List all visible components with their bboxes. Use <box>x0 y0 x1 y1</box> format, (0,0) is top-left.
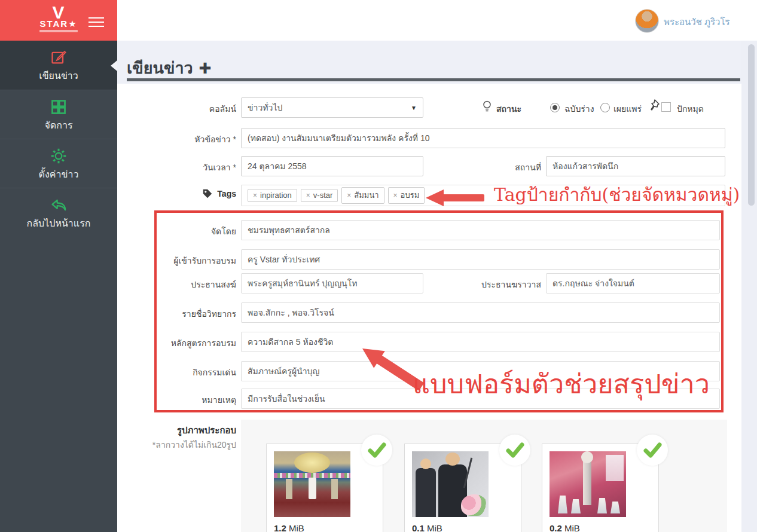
sidebar-item-manage[interactable]: จัดการ <box>0 90 117 139</box>
organizer-input[interactable]: ชมรมพุทธศาสตร์สากล <box>241 220 720 240</box>
tag-icon <box>202 188 213 199</box>
sidebar: V STAR★ เขียนข่าว จัดการ <box>0 0 117 532</box>
radio-draft[interactable] <box>550 103 560 112</box>
star-icon: ★ <box>68 19 77 29</box>
sidebar-item-label: เขียนข่าว <box>0 68 117 83</box>
headline-label: หัวข้อข่าว * <box>129 133 236 146</box>
sidebar-item-label: ตั้งค่าข่าว <box>0 167 117 182</box>
active-item-notch <box>111 60 117 71</box>
topbar: พระอนวัช ภูริวโร ⌄ <box>117 0 757 41</box>
photo-trophies <box>550 451 626 517</box>
file-size: 0.2 MiB <box>550 523 580 532</box>
course-label: หลักสูตรการอบรม <box>129 337 236 350</box>
sidebar-item-write-news[interactable]: เขียนข่าว <box>0 41 117 90</box>
tag-chip[interactable]: ×อบรม <box>388 187 425 204</box>
sidebar-item-label: กลับไปหน้าแรก <box>0 216 117 231</box>
location-label: สถานที่ <box>469 161 541 174</box>
scrollbar-thumb[interactable] <box>748 44 755 206</box>
select-caret-icon: ▼ <box>411 105 417 111</box>
edit-icon <box>0 49 117 67</box>
pin-label: ปักหมุด <box>677 102 704 115</box>
highlight-label: กิจกรรมเด่น <box>129 366 236 379</box>
monk-chair-label: ประธานสงฆ์ <box>129 278 236 291</box>
course-input[interactable]: ความดีสากล 5 ห้องชีวิต <box>241 332 720 352</box>
radio-draft-label: ฉบับร่าง <box>564 102 594 115</box>
file-size: 0.1 MiB <box>412 523 442 532</box>
pin-icon <box>648 99 660 112</box>
image-card[interactable]: 1.2 MiB คำบรรยาย <box>266 444 383 532</box>
speakers-input[interactable]: พอจ.สักกะ , พอจ.วิโรจน์ <box>241 302 720 323</box>
grid-icon <box>0 99 117 117</box>
radio-publish-label: เผยแพร่ <box>613 102 642 115</box>
column-label: คอลัมน์ <box>129 102 236 115</box>
check-icon <box>361 435 392 466</box>
speakers-label: รายชื่อวิทยากร <box>129 307 236 320</box>
logo-tagline <box>39 30 78 32</box>
image-card[interactable]: 0.2 MiB คำบรรยาย <box>542 444 659 532</box>
check-icon <box>637 435 668 466</box>
app-window: V STAR★ เขียนข่าว จัดการ <box>0 0 757 532</box>
close-icon: × <box>347 191 351 200</box>
tag-chip[interactable]: ×สัมมนา <box>341 187 384 204</box>
annotation-form-note: แบบฟอร์มตัวช่วยสรุปข่าว <box>413 362 710 405</box>
selected-badge <box>361 435 392 466</box>
pin-checkbox[interactable] <box>661 102 671 112</box>
close-icon: × <box>253 191 257 200</box>
gear-icon <box>0 148 117 166</box>
headline-input[interactable]: (ทดสอบ) งานสัมมนาเตรียมตัวมารวมพลัง ครั้… <box>241 128 725 148</box>
hamburger-menu-icon[interactable] <box>88 14 104 30</box>
lay-chair-input[interactable]: ดร.กฤษณะ จ่างใจมนต์ <box>546 273 720 293</box>
datetime-input[interactable]: 24 ตุลาคม 2558 <box>241 156 423 176</box>
lightbulb-icon <box>482 100 492 114</box>
close-icon: × <box>393 191 398 200</box>
selected-badge <box>499 435 530 466</box>
photo-stage-ceremony <box>274 451 350 517</box>
chevron-down-icon[interactable]: ⌄ <box>724 14 730 23</box>
title-underline <box>127 78 740 81</box>
datetime-label: วันเวลา * <box>129 161 236 174</box>
status-label: สถานะ <box>496 102 521 115</box>
organizer-label: จัดโดย <box>129 225 236 238</box>
images-label: รูปภาพประกอบ <box>129 423 236 438</box>
sidebar-item-news-settings[interactable]: ตั้งค่าข่าว <box>0 139 117 188</box>
attendees-label: ผู้เข้ารับการอบรม <box>129 254 236 267</box>
column-select[interactable]: ข่าวทั่วไป ▼ <box>241 97 423 118</box>
annotation-arrow-left <box>426 189 486 206</box>
tag-chip[interactable]: ×inpiration <box>248 189 297 202</box>
username[interactable]: พระอนวัช ภูริวโร <box>664 15 730 29</box>
note-label: หมายเหตุ <box>129 393 236 406</box>
tags-label: Tags <box>215 189 236 198</box>
monk-chair-input[interactable]: พระครูสมุห์ธานินทร์ ปุญญนุโท <box>241 273 423 293</box>
tag-chip[interactable]: ×v-star <box>301 189 338 202</box>
page-title: เขียนข่าว✚ <box>127 55 212 81</box>
check-icon <box>499 435 530 466</box>
back-arrow-icon <box>0 197 117 215</box>
sidebar-item-back-home[interactable]: กลับไปหน้าแรก <box>0 188 117 237</box>
annotation-tags-note: Tagป้ายกำกับ(ช่วยจัดหมวดหมู่) <box>494 181 740 209</box>
photo-podium-speech <box>412 451 489 517</box>
images-hint: *ลากวางได้ไม่เกิน20รูป <box>129 438 236 451</box>
logo-word: STAR★ <box>35 19 83 28</box>
location-input[interactable]: ห้องแก้วสารพัดนึก <box>546 156 725 176</box>
selected-badge <box>637 435 668 466</box>
sidebar-header: V STAR★ <box>0 0 117 41</box>
close-icon: × <box>306 191 310 200</box>
sidebar-item-label: จัดการ <box>0 118 117 133</box>
image-card[interactable]: 0.1 MiB คำบรรยาย <box>404 444 521 532</box>
vstar-logo: V STAR★ <box>35 4 83 32</box>
user-avatar[interactable] <box>635 9 659 33</box>
file-size: 1.2 MiB <box>274 523 304 532</box>
radio-publish[interactable] <box>600 103 610 112</box>
lay-chair-label: ประธานฆราวาส <box>469 278 541 291</box>
attendees-input[interactable]: ครู Vstar ทั่วประเทศ <box>241 249 720 270</box>
plus-icon: ✚ <box>199 60 212 77</box>
